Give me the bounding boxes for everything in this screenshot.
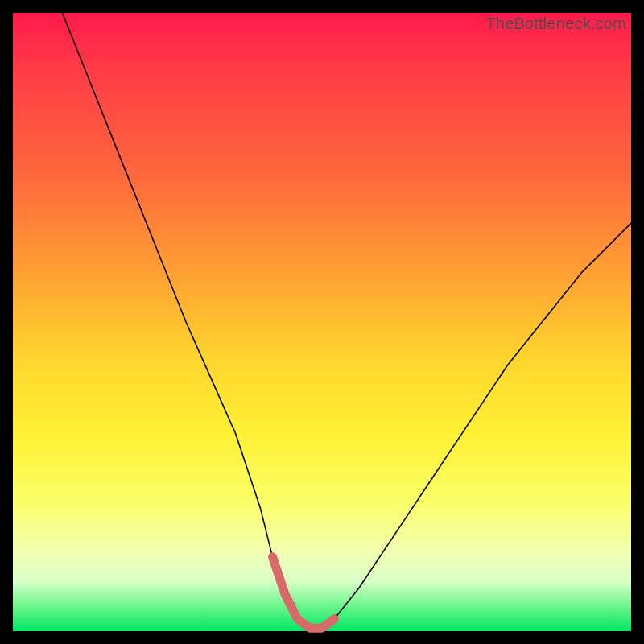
bottleneck-curve-path bbox=[62, 13, 631, 628]
optimal-zone-highlight-path bbox=[273, 557, 335, 628]
gradient-plot-area: TheBottleneck.com bbox=[13, 13, 631, 631]
curve-svg bbox=[13, 13, 631, 631]
chart-frame: TheBottleneck.com bbox=[0, 0, 644, 644]
